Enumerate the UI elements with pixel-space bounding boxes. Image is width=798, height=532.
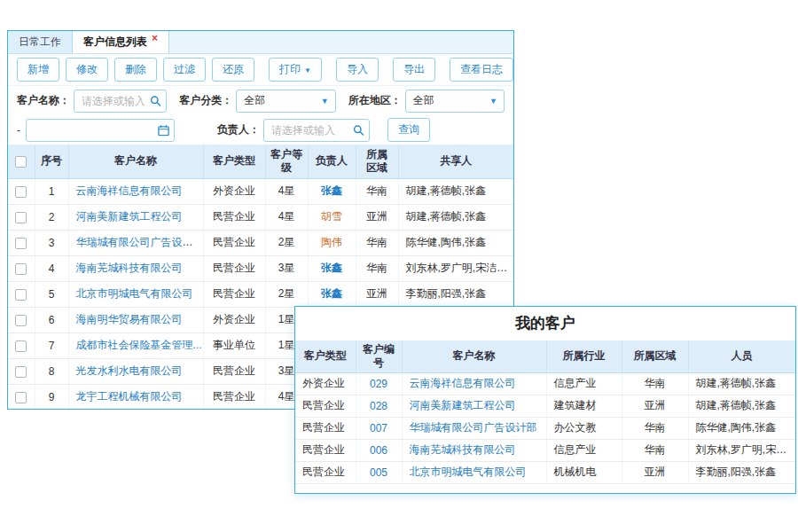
my-customers-panel: 我的客户 客户类型 客户编 号 客户名称 所属行业 所属区域 人员 外资企业 0… xyxy=(294,306,796,494)
customer-name-link[interactable]: 北京市明城电气有限公司 xyxy=(76,287,193,300)
query-button[interactable]: 查询 xyxy=(387,118,430,142)
tab-daily-work[interactable]: 日常工作 xyxy=(8,31,73,53)
cell-type: 民营企业 xyxy=(295,417,356,439)
header-manager: 负责人 xyxy=(308,145,356,178)
cell-shared: 胡建,蒋德帧,张鑫 xyxy=(398,204,513,230)
cell-type: 民营企业 xyxy=(203,255,265,281)
cell-no: 9 xyxy=(35,384,68,410)
tab-customer-list-label: 客户信息列表 xyxy=(83,35,147,50)
filter-button[interactable]: 过滤 xyxy=(163,58,206,82)
customer-name-link[interactable]: 海南芜城科技有限公司 xyxy=(410,443,516,456)
restore-button[interactable]: 还原 xyxy=(212,58,254,82)
edit-button[interactable]: 修改 xyxy=(66,58,108,82)
cell-industry: 机械机电 xyxy=(546,461,622,483)
row-checkbox[interactable] xyxy=(15,366,27,378)
customer-name-link[interactable]: 海南明华贸易有限公司 xyxy=(76,313,183,325)
delete-button[interactable]: 删除 xyxy=(114,58,157,82)
cell-no: 5 xyxy=(35,281,68,307)
table-row[interactable]: 2 河南美新建筑工程公司 民营企业 4星 胡雪 亚洲 胡建,蒋德帧,张鑫 xyxy=(8,204,513,230)
calendar-icon[interactable] xyxy=(158,124,169,136)
customer-name-link[interactable]: 龙宇工程机械有限公司 xyxy=(76,390,183,403)
category-label: 客户分类： xyxy=(179,93,232,108)
customer-code-link[interactable]: 005 xyxy=(370,466,387,479)
cell-industry: 建筑建材 xyxy=(546,395,622,417)
table-row[interactable]: 民营企业 006 海南芜城科技有限公司 信息产业 华南 刘东林,罗广明,宋洁然.… xyxy=(295,439,795,461)
date-range-dash: - xyxy=(17,124,20,137)
my-customers-header-row: 客户类型 客户编 号 客户名称 所属行业 所属区域 人员 xyxy=(295,340,795,372)
cell-type: 民营企业 xyxy=(203,358,265,384)
customer-name-link[interactable]: 华瑞城有限公司广告设计部 xyxy=(410,421,537,434)
cell-shared: 胡建,蒋德帧,张鑫 xyxy=(398,178,513,204)
cell-type: 民营企业 xyxy=(203,281,265,307)
table-row[interactable]: 民营企业 005 北京市明城电气有限公司 机械机电 亚洲 李勤丽,阳强,张鑫 xyxy=(295,461,795,483)
cell-type: 民营企业 xyxy=(295,439,356,461)
customer-name-link[interactable]: 河南美新建筑工程公司 xyxy=(76,210,183,223)
add-button[interactable]: 新增 xyxy=(17,58,59,82)
row-checkbox[interactable] xyxy=(15,263,27,275)
table-row[interactable]: 外资企业 029 云南海祥信息有限公司 信息产业 华南 胡建,蒋德帧,张鑫 xyxy=(295,372,795,395)
cell-industry: 信息产业 xyxy=(546,439,622,461)
select-all-checkbox[interactable] xyxy=(15,156,27,168)
table-row[interactable]: 5 北京市明城电气有限公司 民营企业 2星 张鑫 亚洲 李勤丽,阳强,张鑫 xyxy=(8,281,513,307)
customer-code-link[interactable]: 006 xyxy=(370,444,387,457)
cell-level: 4星 xyxy=(265,178,308,204)
tab-daily-work-label: 日常工作 xyxy=(19,35,61,50)
cell-region: 亚洲 xyxy=(356,204,398,230)
customer-name-link[interactable]: 河南美新建筑工程公司 xyxy=(410,399,516,411)
tab-customer-list[interactable]: 客户信息列表 × xyxy=(73,31,169,53)
select-all-header xyxy=(8,145,35,178)
customer-name-link[interactable]: 成都市社会保险基金管理... xyxy=(76,339,202,351)
import-button[interactable]: 导入 xyxy=(336,58,379,82)
manager-link[interactable]: 陶伟 xyxy=(321,236,342,248)
cell-region: 华南 xyxy=(356,255,398,281)
print-button[interactable]: 打印▼ xyxy=(269,58,322,82)
manager-link[interactable]: 张鑫 xyxy=(321,262,342,274)
customer-name-link[interactable]: 华瑞城有限公司广告设计部 xyxy=(76,236,204,248)
manager-link[interactable]: 胡雪 xyxy=(321,210,342,223)
customer-code-link[interactable]: 007 xyxy=(370,422,387,434)
customer-name-link[interactable]: 云南海祥信息有限公司 xyxy=(410,377,516,389)
district-select[interactable]: 全部 ▼ xyxy=(405,90,505,113)
table-row[interactable]: 3 华瑞城有限公司广告设计部 民营企业 2星 陶伟 华南 陈华健,陶伟,张鑫 xyxy=(8,230,513,255)
date-input[interactable] xyxy=(26,119,175,142)
customer-name-link[interactable]: 北京市明城电气有限公司 xyxy=(410,466,527,478)
row-checkbox[interactable] xyxy=(15,238,27,249)
customer-name-link[interactable]: 云南海祥信息有限公司 xyxy=(76,184,183,197)
row-checkbox[interactable] xyxy=(15,289,27,301)
row-checkbox[interactable] xyxy=(15,340,27,352)
close-tab-icon[interactable]: × xyxy=(152,32,158,44)
view-log-button[interactable]: 查看日志 xyxy=(450,58,513,82)
row-checkbox[interactable] xyxy=(15,315,27,326)
cell-region: 华南 xyxy=(622,372,688,395)
customer-code-link[interactable]: 029 xyxy=(370,378,387,390)
cell-type: 民营企业 xyxy=(203,384,265,410)
manager-link[interactable]: 张鑫 xyxy=(321,287,342,300)
category-select[interactable]: 全部 ▼ xyxy=(236,90,335,113)
export-button[interactable]: 导出 xyxy=(393,58,435,82)
print-button-label: 打印 xyxy=(279,63,301,75)
row-checkbox[interactable] xyxy=(15,392,27,403)
cell-level: 2星 xyxy=(265,230,308,255)
customer-name-link[interactable]: 海南芜城科技有限公司 xyxy=(76,262,183,274)
customer-code-link[interactable]: 028 xyxy=(370,400,387,412)
cell-type: 民营企业 xyxy=(295,461,356,483)
header-type: 客户类型 xyxy=(203,145,265,178)
table-row[interactable]: 4 海南芜城科技有限公司 民营企业 3星 张鑫 华南 刘东林,罗广明,宋洁然,张… xyxy=(8,255,513,281)
cell-type: 民营企业 xyxy=(295,395,356,417)
my-customers-title: 我的客户 xyxy=(295,307,795,340)
search-icon[interactable] xyxy=(150,95,161,106)
table-row[interactable]: 民营企业 007 华瑞城有限公司广告设计部 办公文教 华南 陈华健,陶伟,张鑫 xyxy=(295,417,795,439)
table-row[interactable]: 民营企业 028 河南美新建筑工程公司 建筑建材 亚洲 胡建,蒋德帧,张鑫 xyxy=(295,395,795,417)
cell-no: 3 xyxy=(35,230,68,255)
row-checkbox[interactable] xyxy=(15,212,27,223)
cell-level: 2星 xyxy=(265,281,308,307)
manager-link[interactable]: 张鑫 xyxy=(321,184,342,197)
search-icon[interactable] xyxy=(353,124,364,136)
cell-level: 3星 xyxy=(265,255,308,281)
cell-no: 4 xyxy=(35,255,68,281)
row-checkbox[interactable] xyxy=(15,186,27,198)
table-row[interactable]: 1 云南海祥信息有限公司 外资企业 4星 张鑫 华南 胡建,蒋德帧,张鑫 xyxy=(8,178,513,204)
customer-name-link[interactable]: 光发水利水电有限公司 xyxy=(76,364,183,377)
customer-name-label: 客户名称： xyxy=(17,93,70,108)
cell-region: 华南 xyxy=(356,230,398,255)
